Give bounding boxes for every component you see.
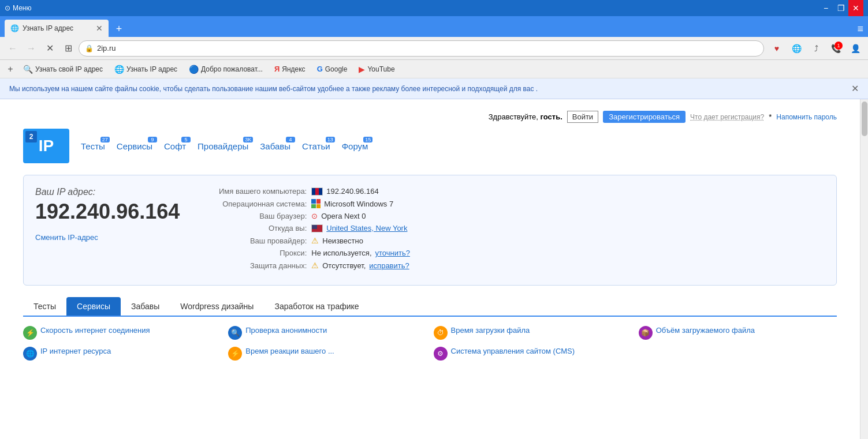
bookmark-item-0[interactable]: 🔍 Узнать свой IP адрес [18,62,107,76]
lock-icon: 🔒 [85,44,94,52]
profile-button[interactable]: 👤 [847,40,863,57]
active-tab[interactable]: 🌐 Узнать IP адрес ✕ [5,20,109,37]
computer-name-label: Имя вашего компьютера: [203,187,307,196]
logo-text: IP [39,137,54,155]
protection-row: Защита данных: ⚠ Отсутствует, исправить? [203,261,825,270]
proxy-value: Не используется, уточнить? [311,249,410,257]
cookie-notice: Мы используем на нашем сайте файлы cooki… [0,78,868,99]
proxy-link[interactable]: уточнить? [375,249,410,257]
tab-tests[interactable]: Тесты [23,297,66,316]
tab-traffic[interactable]: Заработок на трафике [264,297,369,316]
browser-row: Ваш браузер: ⊙ Opera Next 0 [203,212,825,220]
bookmark-icon-5: ▶ [359,65,365,74]
nav-providers[interactable]: 3K Провайдеры [198,141,248,151]
menu-button[interactable]: ⊙ Меню [5,4,31,12]
restore-button[interactable]: ❐ [833,0,848,16]
add-bookmark-button[interactable]: + [5,63,16,75]
navigation-bar: ← → ✕ ⊞ 🔒 2ip.ru ♥ 🌐 ⤴ 📞 1 👤 [0,37,868,60]
guest-label: гость. [541,112,562,121]
provider-warn-icon: ⚠ [311,236,319,245]
bookmark-item-3[interactable]: Я Яндекс [270,62,310,76]
service-icon-5: ⚡ [228,347,242,361]
service-icon-1: 🔍 [228,326,242,340]
service-card-6: ⚙ Система управления сайтом (CMS) [434,347,632,361]
address-text: 2ip.ru [97,44,758,52]
logo-nav: 2 IP 27 Тесты 9 Сервисы 5 Софт 3K П [23,129,837,163]
protection-value: ⚠ Отсутствует, исправить? [311,261,409,270]
bookmark-icon-4: G [317,65,323,73]
phone-button[interactable]: 📞 1 [828,40,844,57]
os-row: Операционная система: Microsoft Windows … [203,199,825,208]
service-icon-0: ⚡ [23,326,37,340]
bottom-tabs: Тесты Сервисы Забавы Wordpress дизайны З… [23,297,837,317]
tab-services[interactable]: Сервисы [66,297,121,316]
favorites-button[interactable]: ♥ [769,40,785,57]
bookmark-icon-2: 🔵 [189,65,199,74]
grid-button[interactable]: ⊞ [60,40,76,57]
ip-details: Имя вашего компьютера: 192.240.96.164 Оп… [203,187,825,273]
nav-tests[interactable]: 27 Тесты [81,141,105,151]
tab-title: Узнать IP адрес [23,24,92,32]
globe-button[interactable]: 🌐 [788,40,804,57]
nav-forum[interactable]: 15 Форум [342,141,368,151]
service-link-0[interactable]: Скорость интернет соединения [40,326,150,335]
service-card-0: ⚡ Скорость интернет соединения [23,326,221,340]
computer-name-value: 192.240.96.164 [311,187,378,196]
provider-label: Ваш провайдер: [203,237,307,245]
service-link-1[interactable]: Проверка анонимности [245,326,327,335]
tab-close-button[interactable]: ✕ [96,24,103,32]
service-link-4[interactable]: IP интернет ресурса [40,347,111,355]
bookmark-label-4: Google [325,65,348,73]
tab-fun[interactable]: Забавы [121,297,170,316]
new-tab-button[interactable]: + [111,21,127,37]
protection-label: Защита данных: [203,261,307,270]
service-card-3: 📦 Объём загружаемого файла [639,326,837,340]
location-label: Откуда вы: [203,224,307,232]
nav-articles[interactable]: 13 Статьи [302,141,330,151]
service-link-6[interactable]: Система управления сайтом (CMS) [451,347,575,355]
main-nav: 27 Тесты 9 Сервисы 5 Софт 3K Провайдеры … [81,141,368,151]
bookmark-item-2[interactable]: 🔵 Добро пожаловат... [184,62,267,76]
stop-button[interactable]: ✕ [42,40,58,57]
service-link-5[interactable]: Время реакции вашего ... [245,347,334,355]
page-content: Здравствуйте, гость. Войти Зарегистриров… [0,99,860,439]
back-button[interactable]: ← [5,40,21,57]
scrollbar-thumb[interactable] [862,102,867,136]
ip-main: Ваш IP адрес: 192.240.96.164 Сменить IP-… [35,187,180,273]
title-bar: ⊙ Меню − ❐ ✕ [0,0,868,16]
forward-button[interactable]: → [23,40,39,57]
bookmark-item-1[interactable]: 🌐 Узнать IP адрес [110,62,182,76]
what-gives-link[interactable]: Что дает регистрация? [690,113,764,121]
service-icon-6: ⚙ [434,347,448,361]
protection-link[interactable]: исправить? [369,261,409,270]
change-ip-link[interactable]: Сменить IP-адрес [35,233,180,242]
greeting-text: Здравствуйте, гость. [489,112,562,121]
scrollbar[interactable] [860,99,868,439]
location-value: United States, New York [311,224,407,232]
share-button[interactable]: ⤴ [808,40,824,57]
tab-favicon: 🌐 [10,24,19,32]
tab-menu-button[interactable]: ≡ [857,21,863,37]
minimize-button[interactable]: − [818,0,833,16]
service-icon-3: 📦 [639,326,653,340]
address-bar[interactable]: 🔒 2ip.ru [79,40,764,57]
cookie-close-button[interactable]: ✕ [851,83,859,94]
menu-label: Меню [13,4,31,12]
ip-address-display: 192.240.96.164 [35,200,180,224]
window-controls: − ❐ ✕ [818,0,863,16]
tab-wordpress[interactable]: Wordpress дизайны [170,297,264,316]
service-link-3[interactable]: Объём загружаемого файла [656,326,755,335]
service-link-2[interactable]: Время загрузки файла [451,326,530,335]
nav-fun[interactable]: 4 Забавы [260,141,290,151]
location-link[interactable]: United States, New York [326,224,407,232]
remind-password-link[interactable]: Напомнить пароль [776,113,837,121]
nav-icons: ♥ 🌐 ⤴ 📞 1 👤 [769,40,863,57]
register-button[interactable]: Зарегистрироваться [603,111,686,123]
bookmark-item-5[interactable]: ▶ YouTube [354,62,399,76]
site-logo[interactable]: 2 IP [23,129,69,163]
login-button[interactable]: Войти [567,111,598,123]
close-button[interactable]: ✕ [848,0,863,16]
nav-services[interactable]: 9 Сервисы [117,141,152,151]
bookmark-item-4[interactable]: G Google [312,62,352,76]
nav-soft[interactable]: 5 Софт [164,141,186,151]
